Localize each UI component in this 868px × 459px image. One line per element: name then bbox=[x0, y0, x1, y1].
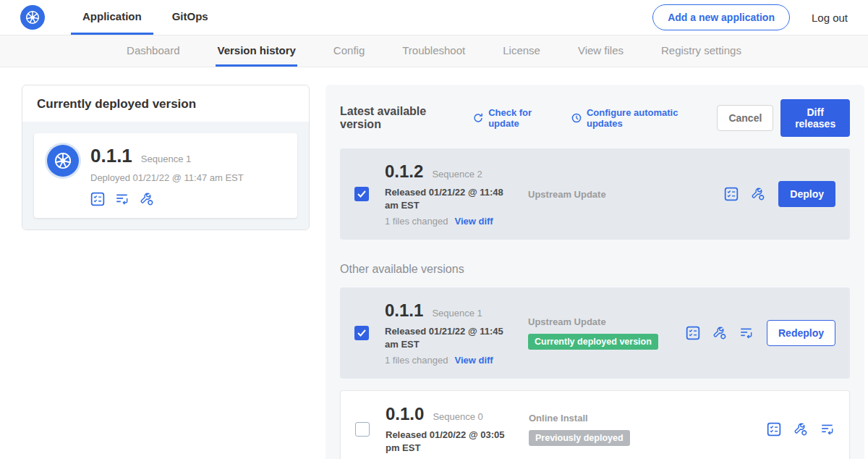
deployed-version-info: 0.1.1 Sequence 1 Deployed 01/21/22 @ 11:… bbox=[90, 145, 244, 206]
top-nav-tabs: Application GitOps bbox=[71, 0, 220, 35]
version-checkbox[interactable] bbox=[354, 326, 369, 340]
other-versions-title: Other available versions bbox=[340, 263, 850, 276]
files-changed-line: 1 files changed View diff bbox=[385, 355, 528, 366]
subnav-label: View files bbox=[578, 44, 624, 56]
redeploy-button[interactable]: Redeploy bbox=[767, 320, 835, 346]
preflight-icon[interactable] bbox=[712, 326, 727, 340]
diff-icon[interactable] bbox=[115, 192, 129, 206]
version-info: 0.1.2 Sequence 2 Released 01/21/22 @ 11:… bbox=[385, 161, 528, 227]
subnav-label: Version history bbox=[217, 44, 295, 56]
version-row-actions bbox=[767, 422, 835, 437]
subnav-item-version-history[interactable]: Version history bbox=[216, 35, 297, 67]
version-sequence: Sequence 1 bbox=[432, 308, 482, 319]
subnav-item-config[interactable]: Config bbox=[332, 35, 366, 67]
version-checkbox[interactable] bbox=[355, 422, 370, 437]
diff-releases-button[interactable]: Diff releases bbox=[780, 99, 850, 137]
top-nav: Application GitOps Add a new application… bbox=[0, 0, 868, 35]
deployed-version-sequence: Sequence 1 bbox=[141, 153, 191, 164]
tab-gitops[interactable]: GitOps bbox=[161, 0, 220, 35]
tab-gitops-label: GitOps bbox=[172, 10, 208, 22]
view-diff-link[interactable]: View diff bbox=[454, 355, 493, 366]
versions-panel: Latest available version Check for updat… bbox=[326, 85, 864, 459]
release-notes-icon[interactable] bbox=[90, 192, 105, 206]
version-source: Online Install bbox=[529, 413, 686, 424]
version-source: Upstream Update bbox=[528, 316, 686, 327]
files-changed: 1 files changed bbox=[385, 355, 448, 366]
subnav-item-view-files[interactable]: View files bbox=[576, 35, 625, 67]
logout-link[interactable]: Log out bbox=[812, 12, 848, 24]
main-content: Currently deployed version 0.1.1 Se bbox=[0, 67, 868, 459]
subnav-label: Registry settings bbox=[661, 44, 741, 56]
top-nav-right: Add a new application Log out bbox=[652, 0, 848, 35]
subnav-label: Troubleshoot bbox=[402, 44, 465, 56]
version-row-actions bbox=[724, 187, 765, 201]
subnav-label: Config bbox=[333, 44, 365, 56]
version-number: 0.1.0 bbox=[386, 404, 424, 424]
add-new-application-button[interactable]: Add a new application bbox=[652, 4, 790, 30]
released-date: Released 01/20/22 @ 03:05 pm EST bbox=[386, 429, 519, 454]
subnav-item-troubleshoot[interactable]: Troubleshoot bbox=[401, 35, 467, 67]
version-source-block: Upstream Update Currently deployed versi… bbox=[528, 316, 686, 350]
release-notes-icon[interactable] bbox=[724, 187, 739, 201]
subnav-label: Dashboard bbox=[127, 44, 179, 56]
check-for-update-label: Check for update bbox=[488, 107, 556, 129]
currently-deployed-badge: Currently deployed version bbox=[528, 334, 658, 350]
refresh-icon bbox=[472, 112, 484, 124]
deployed-version-card: 0.1.1 Sequence 1 Deployed 01/21/22 @ 11:… bbox=[34, 133, 297, 218]
preflight-icon[interactable] bbox=[751, 187, 765, 201]
kubernetes-logo-icon bbox=[20, 5, 45, 30]
files-changed: 1 files changed bbox=[385, 216, 448, 227]
version-checkbox[interactable] bbox=[354, 187, 369, 201]
header-buttons: Cancel Diff releases bbox=[717, 99, 850, 137]
version-info: 0.1.0 Sequence 0 Released 01/20/22 @ 03:… bbox=[386, 404, 529, 454]
app-logo-icon bbox=[47, 145, 79, 177]
preflight-icon[interactable] bbox=[793, 422, 808, 437]
versions-panel-header: Latest available version Check for updat… bbox=[340, 99, 850, 137]
deploy-button[interactable]: Deploy bbox=[778, 181, 835, 207]
version-number: 0.1.2 bbox=[385, 161, 423, 182]
currently-deployed-body: 0.1.1 Sequence 1 Deployed 01/21/22 @ 11:… bbox=[22, 122, 309, 230]
configure-automatic-updates-label: Configure automatic updates bbox=[587, 107, 702, 129]
release-notes-icon[interactable] bbox=[767, 422, 781, 437]
preflight-icon[interactable] bbox=[140, 192, 154, 206]
version-number: 0.1.1 bbox=[385, 300, 423, 321]
diff-icon[interactable] bbox=[820, 422, 835, 437]
version-row-0-1-2: 0.1.2 Sequence 2 Released 01/21/22 @ 11:… bbox=[340, 148, 850, 240]
version-source: Upstream Update bbox=[528, 189, 686, 200]
deployed-timestamp: Deployed 01/21/22 @ 11:47 am EST bbox=[90, 172, 244, 183]
version-info: 0.1.1 Sequence 1 Released 01/21/22 @ 11:… bbox=[385, 300, 528, 366]
previously-deployed-badge: Previously deployed bbox=[529, 430, 630, 446]
subnav-label: License bbox=[503, 44, 540, 56]
release-notes-icon[interactable] bbox=[686, 326, 700, 340]
deployed-actions bbox=[90, 192, 244, 206]
configure-automatic-updates-link[interactable]: Configure automatic updates bbox=[571, 107, 702, 129]
version-source-block: Online Install Previously deployed bbox=[529, 413, 686, 446]
currently-deployed-title: Currently deployed version bbox=[22, 85, 309, 122]
subnav-item-dashboard[interactable]: Dashboard bbox=[125, 35, 181, 67]
version-sequence: Sequence 0 bbox=[433, 411, 482, 422]
released-date: Released 01/21/22 @ 11:45 am EST bbox=[385, 325, 519, 350]
version-sequence: Sequence 2 bbox=[432, 169, 482, 180]
tab-application-label: Application bbox=[82, 10, 142, 22]
version-row-0-1-0: 0.1.0 Sequence 0 Released 01/20/22 @ 03:… bbox=[340, 390, 850, 459]
clock-icon bbox=[571, 112, 582, 124]
files-changed-line: 1 files changed View diff bbox=[385, 216, 528, 227]
latest-available-title: Latest available version bbox=[340, 105, 458, 131]
version-row-0-1-1: 0.1.1 Sequence 1 Released 01/21/22 @ 11:… bbox=[340, 287, 850, 379]
version-source-block: Upstream Update bbox=[528, 189, 686, 200]
check-for-update-link[interactable]: Check for update bbox=[472, 107, 556, 129]
view-diff-link[interactable]: View diff bbox=[454, 216, 493, 227]
subnav-item-registry-settings[interactable]: Registry settings bbox=[660, 35, 743, 67]
version-row-actions bbox=[686, 326, 754, 340]
deployed-version-number: 0.1.1 bbox=[90, 145, 132, 167]
subnav-item-license[interactable]: License bbox=[501, 35, 542, 67]
cancel-button[interactable]: Cancel bbox=[717, 105, 773, 131]
diff-icon[interactable] bbox=[739, 326, 754, 340]
released-date: Released 01/21/22 @ 11:48 am EST bbox=[385, 186, 519, 211]
sub-nav: Dashboard Version history Config Trouble… bbox=[0, 35, 868, 67]
currently-deployed-panel: Currently deployed version 0.1.1 Se bbox=[22, 85, 310, 230]
tab-application[interactable]: Application bbox=[71, 0, 153, 35]
